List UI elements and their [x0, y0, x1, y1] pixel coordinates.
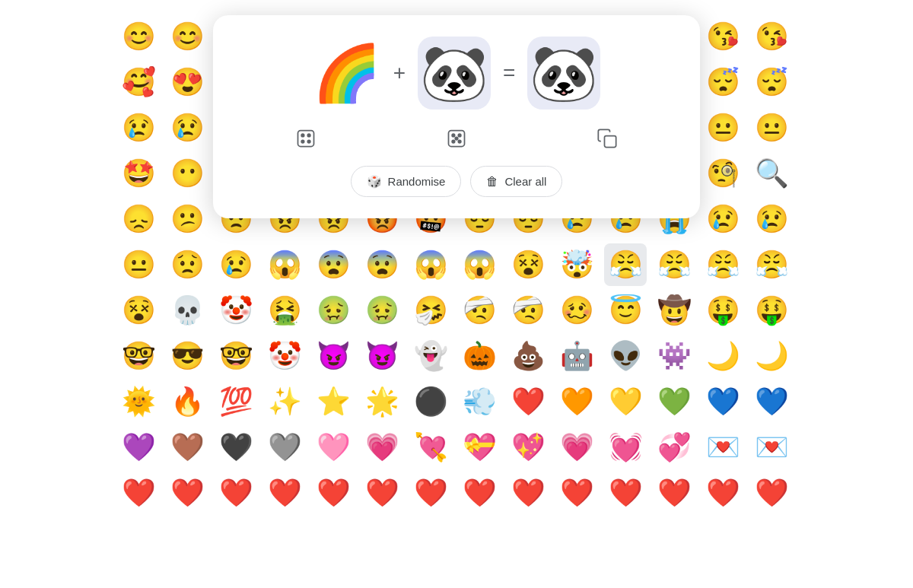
emoji-cell[interactable]: 😨 — [361, 243, 403, 286]
emoji-cell[interactable]: 😐 — [117, 243, 160, 286]
emoji-cell[interactable]: 🔍 — [750, 152, 793, 195]
emoji-cell[interactable]: 💝 — [458, 426, 501, 469]
dice-icon-right[interactable] — [443, 125, 470, 152]
emoji-cell[interactable]: 😘 — [750, 15, 793, 58]
emoji-cell[interactable]: 😢 — [117, 106, 160, 149]
emoji-cell[interactable]: 💘 — [409, 426, 452, 469]
emoji-cell[interactable]: ❤️ — [215, 472, 257, 514]
emoji-cell[interactable]: 😈 — [312, 335, 355, 377]
emoji-cell[interactable]: 🧡 — [555, 380, 598, 423]
emoji-cell[interactable]: 💖 — [507, 426, 549, 469]
emoji-cell[interactable]: ❤️ — [312, 472, 355, 514]
emoji-cell[interactable]: 😎 — [166, 335, 208, 377]
emoji-cell[interactable]: 😤 — [701, 243, 744, 286]
emoji-cell[interactable]: ❤️ — [117, 472, 160, 514]
emoji-cell[interactable]: 🌙 — [701, 335, 744, 377]
emoji-cell[interactable]: ❤️ — [555, 472, 598, 514]
emoji-cell[interactable]: 😴 — [701, 61, 744, 103]
emoji-cell[interactable]: 🥴 — [555, 289, 598, 332]
emoji-cell[interactable]: ⚫ — [409, 380, 452, 423]
emoji-cell[interactable]: 😘 — [701, 15, 744, 58]
emoji-cell[interactable]: 💌 — [750, 426, 793, 469]
combo-emoji-2[interactable]: 🐼 — [418, 37, 491, 110]
emoji-cell[interactable]: 💀 — [166, 289, 208, 332]
emoji-cell[interactable]: 👻 — [409, 335, 452, 377]
emoji-cell[interactable]: 😊 — [117, 15, 160, 58]
emoji-cell[interactable]: 😵 — [117, 289, 160, 332]
emoji-cell[interactable]: 💛 — [604, 380, 647, 423]
emoji-cell[interactable]: 🌞 — [117, 380, 160, 423]
emoji-cell[interactable]: 😤 — [653, 243, 695, 286]
emoji-cell[interactable]: 😇 — [604, 289, 647, 332]
emoji-cell[interactable]: 🎃 — [458, 335, 501, 377]
emoji-cell[interactable]: 💌 — [701, 426, 744, 469]
emoji-cell[interactable]: 😟 — [166, 243, 208, 286]
emoji-cell[interactable]: 💯 — [215, 380, 257, 423]
emoji-cell[interactable]: 🤮 — [263, 289, 306, 332]
emoji-cell[interactable]: 💙 — [701, 380, 744, 423]
emoji-cell[interactable]: ❤️ — [507, 380, 549, 423]
emoji-cell[interactable]: 😱 — [458, 243, 501, 286]
emoji-cell[interactable]: ❤️ — [653, 472, 695, 514]
emoji-cell[interactable]: 😱 — [263, 243, 306, 286]
emoji-cell[interactable]: 😢 — [701, 198, 744, 240]
emoji-cell[interactable]: 😤 — [750, 243, 793, 286]
emoji-cell[interactable]: 🤠 — [653, 289, 695, 332]
emoji-cell[interactable]: 😢 — [166, 106, 208, 149]
emoji-cell[interactable]: ❤️ — [361, 472, 403, 514]
emoji-cell[interactable]: 🖤 — [215, 426, 257, 469]
emoji-cell[interactable]: 🩶 — [263, 426, 306, 469]
emoji-cell[interactable]: 😞 — [117, 198, 160, 240]
emoji-cell[interactable]: ❤️ — [604, 472, 647, 514]
emoji-cell[interactable]: ❤️ — [458, 472, 501, 514]
clear-all-button[interactable]: 🗑 Clear all — [470, 166, 562, 197]
emoji-cell[interactable]: 😍 — [166, 61, 208, 103]
emoji-cell[interactable]: 💗 — [555, 426, 598, 469]
emoji-cell[interactable]: 🤢 — [361, 289, 403, 332]
emoji-cell[interactable]: 💚 — [653, 380, 695, 423]
emoji-cell[interactable]: 💓 — [604, 426, 647, 469]
emoji-cell[interactable]: 💜 — [117, 426, 160, 469]
copy-icon[interactable] — [593, 125, 621, 152]
emoji-cell[interactable]: 🤧 — [409, 289, 452, 332]
emoji-cell[interactable]: 😢 — [215, 243, 257, 286]
emoji-cell[interactable]: 🤎 — [166, 426, 208, 469]
emoji-cell[interactable]: 🤩 — [117, 152, 160, 195]
emoji-cell[interactable]: 🤡 — [263, 335, 306, 377]
emoji-cell[interactable]: 😈 — [361, 335, 403, 377]
emoji-cell[interactable]: ✨ — [263, 380, 306, 423]
emoji-cell[interactable]: 🤖 — [555, 335, 598, 377]
emoji-cell[interactable]: 💗 — [361, 426, 403, 469]
emoji-cell[interactable]: ❤️ — [701, 472, 744, 514]
emoji-cell[interactable]: 😨 — [312, 243, 355, 286]
emoji-cell[interactable]: 🤕 — [507, 289, 549, 332]
emoji-cell[interactable]: 🧐 — [701, 152, 744, 195]
emoji-cell[interactable]: 🌙 — [750, 335, 793, 377]
emoji-cell[interactable]: ❤️ — [750, 472, 793, 514]
emoji-cell[interactable]: 😶 — [166, 152, 208, 195]
emoji-cell[interactable]: 😕 — [166, 198, 208, 240]
emoji-cell[interactable]: 💨 — [458, 380, 501, 423]
emoji-cell[interactable]: 🤑 — [750, 289, 793, 332]
emoji-cell[interactable]: 😊 — [166, 15, 208, 58]
dice-icon-left[interactable] — [292, 125, 320, 152]
emoji-cell[interactable]: 🤑 — [701, 289, 744, 332]
emoji-cell[interactable]: ❤️ — [263, 472, 306, 514]
emoji-cell[interactable]: 🤕 — [458, 289, 501, 332]
emoji-cell[interactable]: 💞 — [653, 426, 695, 469]
emoji-cell[interactable]: 😵 — [507, 243, 549, 286]
emoji-cell[interactable]: ❤️ — [166, 472, 208, 514]
emoji-cell[interactable]: 😴 — [750, 61, 793, 103]
emoji-cell[interactable]: 🤯 — [555, 243, 598, 286]
emoji-cell[interactable]: 👾 — [653, 335, 695, 377]
emoji-cell[interactable]: 🔥 — [166, 380, 208, 423]
emoji-cell[interactable]: 😐 — [750, 106, 793, 149]
emoji-cell[interactable]: 🥰 — [117, 61, 160, 103]
emoji-cell[interactable]: 😱 — [409, 243, 452, 286]
emoji-cell[interactable]: 🤡 — [215, 289, 257, 332]
emoji-cell[interactable]: ❤️ — [409, 472, 452, 514]
emoji-cell[interactable]: 💙 — [750, 380, 793, 423]
emoji-cell[interactable]: 🤢 — [312, 289, 355, 332]
randomise-button[interactable]: 🎲 Randomise — [351, 166, 462, 197]
emoji-cell[interactable]: 🤓 — [215, 335, 257, 377]
